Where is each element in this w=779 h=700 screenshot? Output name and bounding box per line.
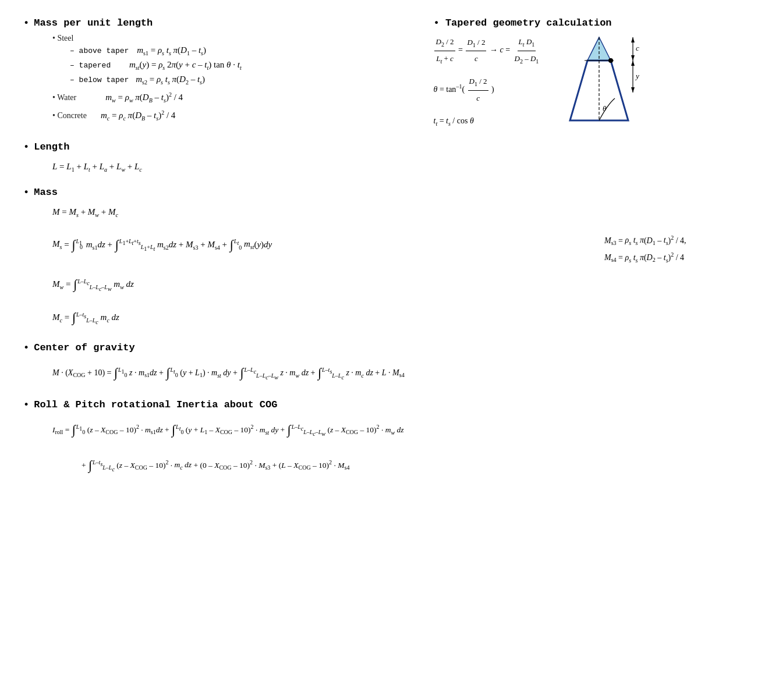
ms3-ms4-formulas: Ms3 = ρs ts π(D1 – ts)2 / 4, Ms4 = ρs ts… [604,232,756,267]
above-taper-row: – above taper ms1 = ρs ts π(D1 – ts) [70,45,426,56]
above-taper-label: – above taper [70,47,129,55]
tapered-geometry-content: D2 / 2 Lt + c = D1 / 2 c → c = Lt D1 [433,34,646,130]
mass-per-unit-content: • Steel – above taper ms1 = ρs ts π(D1 –… [35,33,426,122]
taper-formula3: tt = ts / cos θ [433,113,541,130]
ms3-formula: Ms3 = ρs ts π(D1 – ts)2 / 4, [604,232,756,249]
trapezoid-diagram: c y θ [553,34,646,127]
water-formula: mw = ρw π(DB – ts)2 / 4 [105,91,183,104]
taper-formula1: D2 / 2 Lt + c = D1 / 2 c → c = Lt D1 [433,34,541,67]
svg-marker-7 [631,55,635,61]
length-formula: L = L1 + Lt + La + Lw + Lc [52,157,756,176]
tapered-row: – tapered mst(y) = ρs 2π(y + c – tt) tan… [70,60,426,71]
below-taper-formula: ms2 = ρs ts π(D2 – ts) [136,74,205,84]
water-row: • Water mw = ρw π(DB – ts)2 / 4 [52,91,426,104]
tapered-label: – tapered [70,61,111,70]
svg-marker-10 [631,87,635,93]
section-title-mass-per-unit-length: • Mass per unit length [23,17,426,29]
svg-marker-11 [631,61,635,66]
tapered-formula: mst(y) = ρs 2π(y + c – tt) tan θ · tt [129,60,242,69]
concrete-row: • Concrete mc = ρc π(DB – ts)2 / 4 [52,109,426,122]
mass-row2: Ms = ∫L10 ms1dz + ∫L1+Lt+tsL1+Lt ms2dz +… [23,226,756,267]
iroll-formula-line1: Iroll = ∫L10 (z – XCOG – 10)2 · ms1dz + … [52,415,756,446]
page: • Mass per unit length • Steel – above t… [23,17,756,481]
tapered-formulas-block: D2 / 2 Lt + c = D1 / 2 c → c = Lt D1 [433,34,541,130]
svg-marker-6 [631,37,635,42]
taper-formula2: θ = tan–1( D1 / 2 c ) [433,74,541,106]
length-title: • Length [23,141,756,152]
iroll-formula-line2: + ∫L–tsL–Lc (z – XCOG – 10)2 · mc dz + (… [82,450,756,481]
cog-title: • Center of gravity [23,342,756,353]
cog-formula: M · (XCOG + 10) = ∫L10 z · ms1dz + ∫Lt0 … [52,358,756,389]
above-taper-formula: ms1 = ρs ts π(D1 – ts) [137,45,206,55]
length-section: • Length L = L1 + Lt + La + Lw + Lc [23,141,756,176]
mc-formula: Mc = ∫L–tsL–Lc mc dz [52,304,756,332]
roll-pitch-section: • Roll & Pitch rotational Inertia about … [23,399,756,481]
svg-point-4 [608,58,613,63]
svg-text:y: y [635,72,639,80]
mass-per-unit-length-title: Mass per unit length [34,17,153,29]
mw-formula: Mw = ∫L–LcL–Lc–Lw mw dz [52,271,756,299]
svg-text:c: c [636,44,639,52]
tapered-geometry-title: • Tapered geometry calculation [433,17,611,29]
mass-section: • Mass M = Ms + Mw + Mc Ms = ∫L10 ms1dz … [23,187,756,332]
roll-pitch-title: • Roll & Pitch rotational Inertia about … [23,399,756,410]
below-taper-row: – below taper ms2 = ρs ts π(D2 – ts) [70,74,426,86]
cog-section: • Center of gravity M · (XCOG + 10) = ∫L… [23,342,756,389]
ms-formula: Ms = ∫L10 ms1dz + ∫L1+Lt+tsL1+Lt ms2dz +… [52,231,558,259]
mass-title: • Mass [23,187,756,198]
trapezoid-svg: c y θ [553,34,646,127]
mass-per-unit-length-section: • Mass per unit length • Steel – above t… [23,17,426,130]
svg-text:θ: θ [603,104,607,113]
steel-label: • Steel [52,33,426,43]
concrete-formula: mc = ρc π(DB – ts)2 / 4 [101,109,175,122]
tapered-geometry-section: • Tapered geometry calculation D2 / 2 Lt… [433,17,756,130]
below-taper-label: – below taper [70,76,129,84]
top-section: • Mass per unit length • Steel – above t… [23,17,756,130]
mass-formula1: M = Ms + Mw + Mc [52,202,756,222]
ms4-formula: Ms4 = ρs ts π(D2 – ts)2 / 4 [604,249,756,266]
